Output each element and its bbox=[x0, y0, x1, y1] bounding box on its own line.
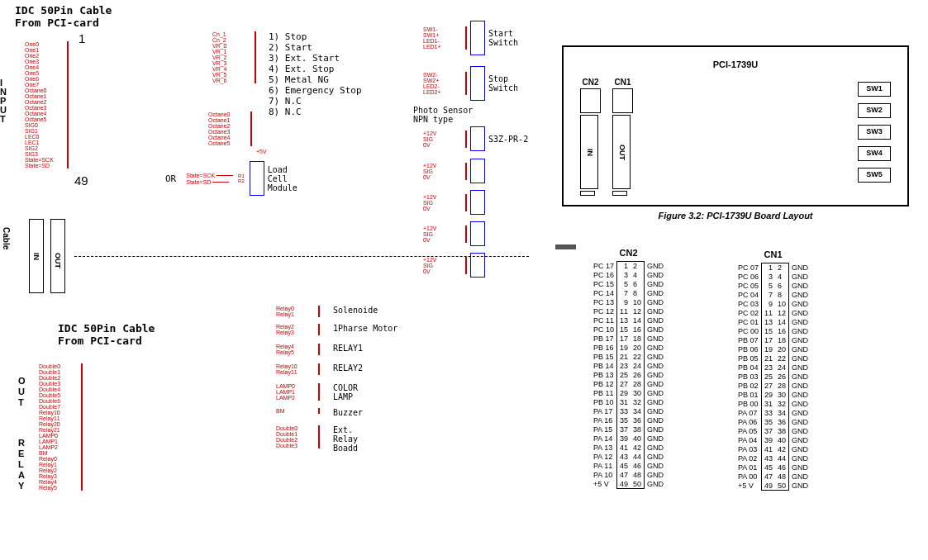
switch-icon bbox=[470, 66, 485, 101]
idc-title-bottom: IDC 50Pin Cable From PCI-card bbox=[58, 322, 155, 347]
board-layout: PCI-1739U CN2 IN CN1 OUT SW1 SW2 SW3 SW4… bbox=[562, 45, 909, 206]
photo-sensor: +12VSIG0V S3Z-PR-2 bbox=[421, 126, 528, 151]
sw-box: SW5 bbox=[858, 168, 891, 183]
sw-box: SW4 bbox=[858, 146, 891, 161]
cable-boxes: IN OUT bbox=[29, 219, 65, 293]
photo-title: Photo SensorNPN type bbox=[413, 106, 473, 124]
octane-pins: Octane0Octane1Octane2Octane3Octane4Octan… bbox=[207, 112, 252, 146]
plus5v: +5V bbox=[256, 149, 267, 154]
sw-box: SW3 bbox=[858, 125, 891, 140]
or-block: OR State=SCK State=SD R1R2 LoadCellModul… bbox=[165, 161, 297, 196]
cn2-pinout: CN2 PC 1712GNDPC 1634GNDPC 1556GNDPC 147… bbox=[591, 248, 666, 489]
sensor-4: +12VSIG0V bbox=[421, 221, 485, 246]
cn1-pinout: CN1 PC 0712GNDPC 0634GNDPC 0556GNDPC 047… bbox=[735, 249, 811, 491]
separator-line bbox=[74, 256, 529, 257]
marker-bar bbox=[555, 244, 576, 249]
pin-49-label: 49 bbox=[74, 173, 88, 187]
output-pin-list: Double0Double1Double2Double3Double4Doubl… bbox=[37, 363, 83, 491]
sensor-3: +12VSIG0V bbox=[421, 190, 485, 215]
sw-box: SW2 bbox=[858, 103, 891, 118]
idc-title-top: IDC 50Pin Cable From PCI-card bbox=[15, 4, 112, 29]
cable-label: Cable bbox=[2, 227, 11, 249]
sensor-icon bbox=[470, 190, 485, 215]
sw-box: SW1 bbox=[858, 82, 891, 97]
input-label: INPUT bbox=[0, 78, 7, 124]
load-cell-icon bbox=[250, 161, 264, 196]
mid-comps: Relay0Relay1Solenoide Relay2Relay31Phars… bbox=[274, 306, 397, 453]
board-caption: Figure 3.2: PCI-1739U Board Layout bbox=[562, 211, 909, 221]
out-label: OUT bbox=[18, 376, 26, 408]
pin-1-label: 1 bbox=[79, 31, 85, 45]
start-switch: SW1-SW1+LED1-LED1+ StartSwitch bbox=[421, 21, 518, 55]
sensor-icon bbox=[470, 126, 485, 151]
legend-pins: Cn_1Cn_2VR_0VR_1VR_2VR_3VR_4VR_5VR_6 bbox=[211, 31, 256, 83]
input-pin-list: One0One1One2One3One4One5One6One7Octane0O… bbox=[23, 41, 69, 168]
relay-label: RELAY bbox=[18, 438, 25, 491]
switch-icon bbox=[470, 21, 485, 55]
legend-list: 1) Stop2) Start3) Ext. Start4) Ext. Stop… bbox=[269, 31, 362, 117]
sensor-icon bbox=[470, 159, 485, 183]
stop-switch: SW2-SW2+LED2-LED2+ StopSwitch bbox=[421, 66, 518, 101]
sensor-icon bbox=[470, 221, 485, 246]
sensor-2: +12VSIG0V bbox=[421, 159, 485, 183]
